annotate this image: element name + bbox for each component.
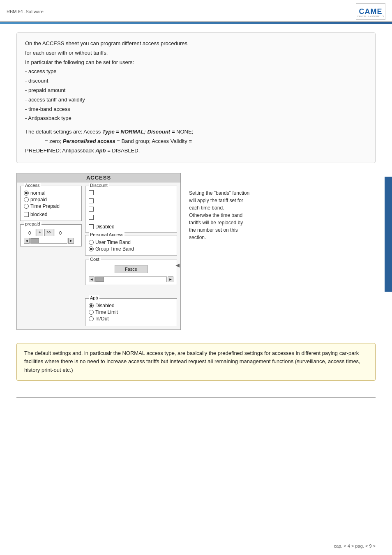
cost-scroll-left[interactable]: ◄ bbox=[89, 276, 95, 282]
radio-usertimeband[interactable] bbox=[89, 240, 94, 245]
access-prepaid-label: prepaid bbox=[30, 197, 47, 203]
prepaid-value2[interactable]: 0 bbox=[55, 229, 66, 236]
prepaid-plus-btn[interactable]: + bbox=[37, 229, 43, 236]
checkbox-disabled[interactable] bbox=[89, 224, 94, 229]
footer-line bbox=[16, 397, 376, 398]
cost-scroll-right[interactable]: ► bbox=[168, 276, 173, 282]
access-panel: ACCESS Access normal bbox=[16, 173, 181, 330]
footer: cap. < 4 > pag. < 9 > bbox=[334, 543, 376, 548]
radio-timeprepaid[interactable] bbox=[24, 204, 29, 209]
scroll-left-btn[interactable]: ◄ bbox=[24, 238, 30, 244]
logo-subtitle: CANCELLI AUTOMATICI bbox=[356, 15, 385, 18]
info-item-2: - discount bbox=[25, 77, 367, 85]
default-bold2: Personalised access bbox=[63, 138, 115, 144]
scroll-thumb bbox=[31, 238, 39, 243]
disabled-label: Disabled bbox=[95, 224, 115, 230]
radio-grouptimeband[interactable] bbox=[89, 246, 94, 251]
logo: CAME CANCELLI AUTOMATICI bbox=[356, 3, 385, 20]
access-panel-title: ACCESS bbox=[17, 173, 180, 182]
prepaid-group-title: prepaid bbox=[24, 221, 42, 226]
side-note-line3: each time band. bbox=[189, 204, 249, 212]
fasce-button[interactable]: Fasce bbox=[115, 265, 148, 273]
cost-scroll-track[interactable] bbox=[95, 276, 167, 282]
radio-apb-disabled[interactable] bbox=[89, 303, 94, 308]
info-item-3: - prepaid amount bbox=[25, 86, 367, 95]
checkbox-discount-3[interactable] bbox=[89, 207, 94, 212]
default-suffix1: NONE; bbox=[175, 129, 193, 135]
apb-title: Apb bbox=[89, 295, 99, 300]
bottom-info-text: The default settings and, in particualr … bbox=[24, 350, 360, 373]
info-line1: On the ACCESS sheet you can program diff… bbox=[25, 39, 367, 48]
bottom-info-box: The default settings and, in particualr … bbox=[16, 343, 376, 381]
side-note: Setting the "bands" function will apply … bbox=[189, 173, 249, 241]
apb-group: Apb Disabled Time Limit bbox=[85, 298, 177, 326]
breadcrumb: RBM 84 -Software bbox=[7, 9, 44, 14]
discount-check-2[interactable] bbox=[89, 198, 173, 203]
default-line1: The default settings are: Access Type = … bbox=[25, 128, 367, 136]
radio-apb-timelimit[interactable] bbox=[89, 310, 94, 315]
prepaid-value1[interactable]: 0 bbox=[24, 229, 35, 236]
prepaid-scroll-row: ◄ ► bbox=[24, 238, 78, 244]
access-option-prepaid[interactable]: prepaid bbox=[24, 197, 78, 203]
default-line3: PREDEFINED; Antipassback Apb = DISABLED. bbox=[25, 147, 367, 155]
checkbox-discount-4[interactable] bbox=[89, 215, 94, 220]
apb-content: Disabled Time Limit In/Out bbox=[89, 303, 173, 322]
default-prefix3: PREDEFINED; Antipassback bbox=[25, 147, 95, 154]
pa-option-usertimeband[interactable]: User Time Band bbox=[89, 240, 173, 245]
apb-option-inout[interactable]: In/Out bbox=[89, 316, 173, 322]
side-note-line6: the number set on this bbox=[189, 226, 249, 234]
access-normal-label: normal bbox=[30, 190, 46, 196]
side-note-line7: section. bbox=[189, 234, 249, 241]
personal-access-content: User Time Band Group Time Band bbox=[89, 240, 173, 252]
default-bold1: Type = NORMAL; Discount = bbox=[102, 129, 175, 135]
discount-check-3[interactable] bbox=[89, 207, 173, 212]
spacer bbox=[85, 288, 177, 296]
prepaid-group: prepaid 0 + >> 0 ◄ bbox=[20, 224, 82, 246]
arrow-decoration: ◄ bbox=[174, 262, 181, 269]
header: RBM 84 -Software CAME CANCELLI AUTOMATIC… bbox=[0, 0, 392, 22]
discount-checks: Disabled bbox=[89, 189, 173, 230]
side-note-line2: will apply the tariff set for bbox=[189, 197, 249, 204]
info-line3: In particular the following can be set f… bbox=[25, 58, 367, 67]
logo-text: CAME bbox=[359, 7, 383, 16]
prepaid-forward-btn[interactable]: >> bbox=[44, 229, 53, 236]
info-item-6: - Antipassback type bbox=[25, 114, 367, 123]
blocked-label: blocked bbox=[30, 212, 47, 217]
scroll-right-btn[interactable]: ► bbox=[68, 238, 74, 244]
default-prefix1: The default settings are: Access bbox=[25, 129, 102, 135]
radio-apb-inout[interactable] bbox=[89, 316, 94, 321]
access-option-normal[interactable]: normal bbox=[24, 190, 78, 196]
prepaid-row1: 0 + >> 0 bbox=[24, 229, 78, 236]
info-item-4: - access tariff and validity bbox=[25, 96, 367, 104]
diagram-section: ACCESS Access normal bbox=[16, 173, 376, 330]
apb-option-timelimit[interactable]: Time Limit bbox=[89, 309, 173, 315]
discount-disabled-row[interactable]: Disabled bbox=[89, 224, 173, 230]
check-blocked[interactable]: blocked bbox=[24, 212, 78, 217]
access-group-content: normal prepaid Time Prepaid bbox=[24, 190, 78, 217]
discount-check-4[interactable] bbox=[89, 215, 173, 220]
apb-option-disabled[interactable]: Disabled bbox=[89, 303, 173, 309]
cost-group: Cost Fasce ◄ ► ◄ bbox=[85, 260, 177, 285]
blocked-row[interactable]: blocked bbox=[24, 212, 78, 217]
access-timeprepaid-label: Time Prepaid bbox=[30, 203, 60, 209]
cost-scroll-thumb bbox=[96, 277, 104, 282]
footer-text: cap. < 4 > pag. < 9 > bbox=[334, 543, 376, 548]
side-note-line4: Otherwise the time band bbox=[189, 212, 249, 219]
default-bold3: = bbox=[189, 138, 192, 144]
discount-check-1[interactable] bbox=[89, 190, 173, 195]
checkbox-discount-2[interactable] bbox=[89, 198, 94, 203]
scroll-track[interactable] bbox=[30, 238, 67, 244]
access-group: Access normal prepaid bbox=[20, 186, 82, 221]
checkbox-blocked[interactable] bbox=[24, 212, 29, 217]
radio-normal[interactable] bbox=[24, 191, 29, 196]
pa-option-grouptimeband[interactable]: Group Time Band bbox=[89, 246, 173, 252]
access-group-title: Access bbox=[24, 183, 41, 188]
checkbox-discount-1[interactable] bbox=[89, 190, 94, 195]
side-note-line1: Setting the "bands" function bbox=[189, 189, 249, 197]
access-option-timeprepaid[interactable]: Time Prepaid bbox=[24, 203, 78, 209]
discount-title: Discount bbox=[89, 183, 109, 188]
radio-prepaid[interactable] bbox=[24, 197, 29, 202]
main-content: On the ACCESS sheet you can program diff… bbox=[0, 24, 392, 389]
info-item-5: - time-band access bbox=[25, 105, 367, 114]
left-column: Access normal prepaid bbox=[20, 186, 82, 326]
